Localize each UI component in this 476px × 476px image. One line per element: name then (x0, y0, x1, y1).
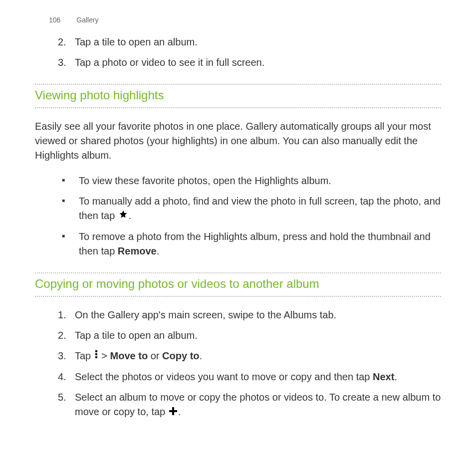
step-text: Tap a tile to open an album. (75, 35, 441, 49)
bullet-text: To remove a photo from the Highlights al… (79, 230, 441, 258)
top-steps-list: 2. Tap a tile to open an album. 3. Tap a… (55, 35, 441, 70)
more-icon (95, 348, 98, 363)
list-item: 3. Tap a photo or video to see it in ful… (55, 55, 441, 70)
text-fragment: . (157, 245, 160, 256)
step-number: 3. (55, 55, 75, 70)
text-fragment: . (178, 406, 181, 417)
section-title-viewing-highlights: Viewing photo highlights (35, 84, 441, 108)
text-fragment: Select an album to move or copy the phot… (75, 392, 441, 417)
step-text: Tap a tile to open an album. (75, 328, 441, 343)
step-number: 5. (55, 390, 75, 420)
star-icon (119, 208, 128, 223)
text-fragment: Select the photos or videos you want to … (75, 371, 373, 382)
page-header: 106 Gallery (49, 15, 441, 25)
text-fragment: . (129, 210, 132, 221)
highlights-bullets: ■ To view these favorite photos, open th… (62, 174, 441, 258)
list-item: 4. Select the photos or videos you want … (55, 370, 441, 384)
list-item: ■ To remove a photo from the Highlights … (62, 230, 441, 258)
svg-rect-1 (95, 353, 97, 355)
list-item: 3. Tap > Move to or Copy to. (55, 349, 441, 364)
step-number: 4. (55, 370, 75, 384)
copy-to-label: Copy to (162, 350, 199, 361)
section-intro: Easily see all your favorite photos in o… (35, 119, 441, 163)
bullet-text: To view these favorite photos, open the … (79, 174, 441, 188)
plus-icon (169, 405, 177, 419)
text-fragment: or (148, 350, 162, 361)
step-text: Tap a photo or video to see it in full s… (75, 55, 441, 70)
list-item: ■ To manually add a photo, find and view… (62, 194, 441, 224)
text-fragment: . (394, 371, 397, 382)
list-item: 2. Tap a tile to open an album. (55, 35, 441, 49)
text-fragment: To manually add a photo, find and view t… (79, 196, 441, 221)
copy-move-steps: 1. On the Gallery app's main screen, swi… (55, 308, 441, 420)
page-section-name: Gallery (76, 16, 98, 24)
step-number: 1. (55, 308, 75, 322)
text-fragment: > (99, 350, 110, 361)
step-number: 2. (55, 328, 75, 343)
section-title-copy-move: Copying or moving photos or videos to an… (35, 272, 441, 297)
step-text: Select an album to move or copy the phot… (75, 390, 441, 420)
move-to-label: Move to (110, 350, 148, 361)
svg-rect-0 (95, 350, 97, 352)
step-number: 3. (55, 349, 75, 364)
list-item: 2. Tap a tile to open an album. (55, 328, 441, 343)
step-text: On the Gallery app's main screen, swipe … (75, 308, 441, 322)
step-text: Select the photos or videos you want to … (75, 370, 441, 384)
bullet-marker: ■ (62, 174, 79, 188)
bullet-marker: ■ (62, 230, 79, 258)
bullet-marker: ■ (62, 194, 79, 224)
step-text: Tap > Move to or Copy to. (75, 349, 441, 364)
remove-label: Remove (118, 245, 157, 256)
page-number: 106 (49, 16, 60, 24)
list-item: 5. Select an album to move or copy the p… (55, 390, 441, 420)
text-fragment: Tap (75, 350, 94, 361)
text-fragment: . (200, 350, 203, 361)
svg-rect-2 (95, 356, 97, 358)
step-number: 2. (55, 35, 75, 49)
list-item: ■ To view these favorite photos, open th… (62, 174, 441, 188)
next-label: Next (373, 371, 394, 382)
bullet-text: To manually add a photo, find and view t… (79, 194, 441, 224)
svg-rect-4 (169, 410, 177, 412)
list-item: 1. On the Gallery app's main screen, swi… (55, 308, 441, 322)
